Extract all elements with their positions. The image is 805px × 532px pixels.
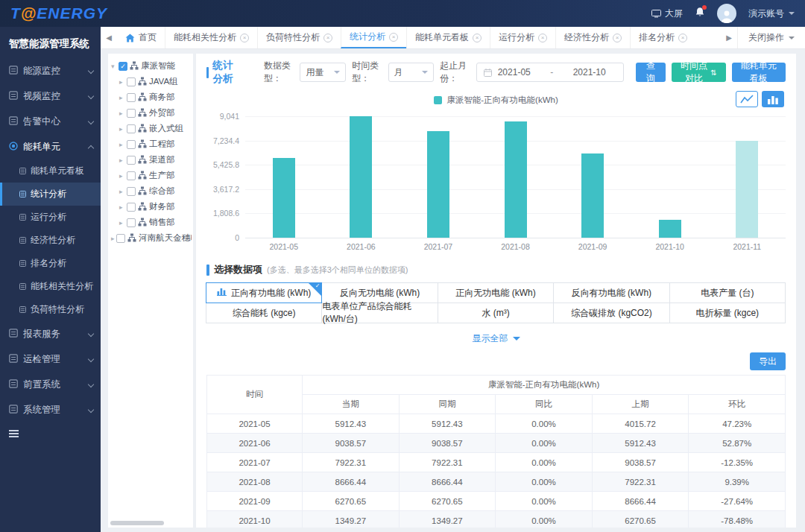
sidebar-item-energy-monitor[interactable]: 能源监控 [0, 58, 101, 83]
tree-node-child-2[interactable]: ▸外贸部 [111, 105, 192, 121]
time-type-select[interactable]: 月 [388, 63, 435, 82]
tabs-scroll-right[interactable]: ▶ [721, 27, 737, 48]
export-button[interactable]: 导出 [750, 352, 786, 370]
tab-0[interactable]: 能耗相关性分析× [165, 27, 257, 48]
sidebar-item-system-mgmt[interactable]: 系统管理 [0, 397, 101, 422]
tree-checkbox[interactable] [127, 93, 136, 102]
tree-node-child-5[interactable]: ▸渠道部 [111, 152, 192, 168]
close-icon[interactable]: × [613, 34, 622, 42]
sidebar-item-front-system[interactable]: 前置系统 [0, 372, 101, 397]
tree-node-root-1[interactable]: ▸河南航天金穗电子有 [111, 230, 192, 246]
sidebar-subitem-3[interactable]: 经济性分析 [0, 229, 101, 252]
caret-right-icon[interactable]: ▸ [119, 125, 126, 133]
sidebar-item-video-monitor[interactable]: 视频监控 [0, 83, 101, 109]
sidebar-subitem-5[interactable]: 能耗相关性分析 [0, 275, 101, 298]
time-compare-button[interactable]: 时间点对比 ⇅ [672, 63, 726, 82]
tree-checkbox[interactable] [127, 171, 136, 180]
tree-node-child-0[interactable]: ▸JAVA组 [111, 74, 192, 89]
caret-right-icon[interactable]: ▸ [119, 219, 126, 227]
sidebar-subitem-6[interactable]: 负荷特性分析 [0, 298, 101, 321]
tree-node-child-4[interactable]: ▸工程部 [111, 136, 192, 152]
tree-horizontal-scrollbar[interactable] [110, 521, 164, 525]
tab-5[interactable]: 经济性分析× [555, 27, 630, 48]
tree-node-child-3[interactable]: ▸嵌入式组 [111, 121, 192, 136]
big-screen-button[interactable]: 大屏 [651, 7, 683, 20]
tab-1[interactable]: 负荷特性分析× [257, 27, 341, 48]
bar-2021-08[interactable] [505, 121, 527, 238]
tree-node-root-0[interactable]: ▾✓康派智能 [111, 58, 192, 74]
close-icon[interactable]: × [538, 34, 547, 42]
sidebar-collapse-toggle[interactable] [9, 430, 101, 437]
data-item-cell-9[interactable]: 电折标量 (kgce) [669, 303, 786, 323]
tree-checkbox[interactable] [127, 140, 136, 149]
caret-right-icon[interactable]: ▸ [119, 172, 126, 180]
close-icon[interactable]: × [240, 34, 249, 42]
caret-right-icon[interactable]: ▸ [119, 141, 126, 148]
notifications-button[interactable] [695, 7, 705, 21]
bar-chart-toggle[interactable] [762, 91, 784, 107]
tree-node-child-7[interactable]: ▸综合部 [111, 183, 192, 199]
data-item-cell-5[interactable]: 综合能耗 (kgce) [206, 303, 322, 323]
tree-checkbox[interactable] [127, 77, 136, 86]
data-item-cell-8[interactable]: 综合碳排放 (kgCO2) [553, 303, 669, 323]
close-operations-menu[interactable]: 关闭操作 [737, 27, 805, 48]
tree-checkbox[interactable]: ✓ [119, 62, 127, 71]
sidebar-subitem-2[interactable]: 运行分析 [0, 206, 101, 229]
show-all-toggle[interactable]: 显示全部 [206, 332, 786, 345]
sidebar-item-ops-mgmt[interactable]: 运检管理 [0, 346, 101, 372]
sidebar-subitem-0[interactable]: 能耗单元看板 [0, 159, 101, 183]
bar-2021-10[interactable] [659, 220, 681, 238]
data-type-select[interactable]: 用量 [300, 63, 346, 82]
caret-right-icon[interactable]: ▸ [119, 188, 126, 195]
close-icon[interactable]: × [473, 34, 482, 42]
tree-checkbox[interactable] [127, 156, 136, 165]
bar-2021-05[interactable] [273, 158, 295, 238]
line-chart-toggle[interactable] [736, 91, 758, 107]
tab-4[interactable]: 运行分析× [490, 27, 555, 48]
sidebar-item-energy-unit[interactable]: 能耗单元 [0, 134, 101, 159]
tree-checkbox[interactable] [127, 218, 136, 227]
close-icon[interactable]: × [323, 34, 332, 42]
caret-right-icon[interactable]: ▸ [119, 203, 126, 211]
tree-node-child-8[interactable]: ▸财务部 [111, 199, 192, 215]
bar-2021-06[interactable] [350, 116, 372, 238]
query-button[interactable]: 查询 [636, 63, 666, 82]
caret-right-icon[interactable]: ▸ [119, 156, 126, 164]
tab-2[interactable]: 统计分析× [341, 27, 406, 48]
tree-checkbox[interactable] [127, 124, 136, 133]
data-item-cell-7[interactable]: 水 (m³) [438, 303, 554, 323]
tab-6[interactable]: 排名分析× [630, 27, 695, 48]
caret-down-icon[interactable]: ▾ [111, 63, 118, 70]
sidebar-subitem-4[interactable]: 排名分析 [0, 252, 101, 275]
energy-unit-board-button[interactable]: 能耗单元看板 [732, 63, 786, 82]
caret-right-icon[interactable]: ▸ [119, 94, 126, 101]
avatar[interactable] [717, 4, 736, 23]
data-item-cell-0[interactable]: 正向有功电能 (kWh)✓ [206, 282, 322, 303]
caret-right-icon[interactable]: ▸ [119, 110, 126, 117]
bar-2021-09[interactable] [581, 153, 604, 238]
tree-node-child-9[interactable]: ▸销售部 [111, 215, 192, 230]
tabs-scroll-left[interactable]: ◀ [101, 27, 117, 48]
sidebar-subitem-1[interactable]: 统计分析 [0, 183, 101, 206]
tab-3[interactable]: 能耗单元看板× [406, 27, 490, 48]
bar-2021-07[interactable] [427, 131, 449, 238]
sidebar-item-report-service[interactable]: 报表服务 [0, 321, 101, 346]
data-item-cell-3[interactable]: 反向有功电能 (kWh) [553, 282, 669, 303]
caret-right-icon[interactable]: ▸ [111, 235, 116, 242]
tree-checkbox[interactable] [127, 203, 136, 212]
tree-checkbox[interactable] [116, 234, 125, 243]
tree-checkbox[interactable] [127, 109, 136, 118]
close-icon[interactable]: × [678, 34, 687, 42]
data-item-cell-2[interactable]: 正向无功电能 (kWh) [438, 282, 554, 303]
close-icon[interactable]: × [389, 33, 398, 42]
tab-home[interactable]: 首页 [117, 27, 165, 48]
tree-checkbox[interactable] [127, 187, 136, 196]
account-menu[interactable]: 演示账号 [748, 7, 795, 20]
caret-right-icon[interactable]: ▸ [119, 78, 126, 86]
bar-2021-11[interactable] [736, 141, 758, 238]
tree-node-child-1[interactable]: ▸商务部 [111, 89, 192, 105]
sidebar-item-alarm-center[interactable]: 告警中心 [0, 109, 101, 134]
date-range-input[interactable]: 2021-05 - 2021-10 [476, 63, 624, 82]
data-item-cell-4[interactable]: 电表产量 (台) [669, 282, 786, 303]
data-item-cell-6[interactable]: 电表单位产品综合能耗 (kWh/台) [321, 303, 438, 323]
